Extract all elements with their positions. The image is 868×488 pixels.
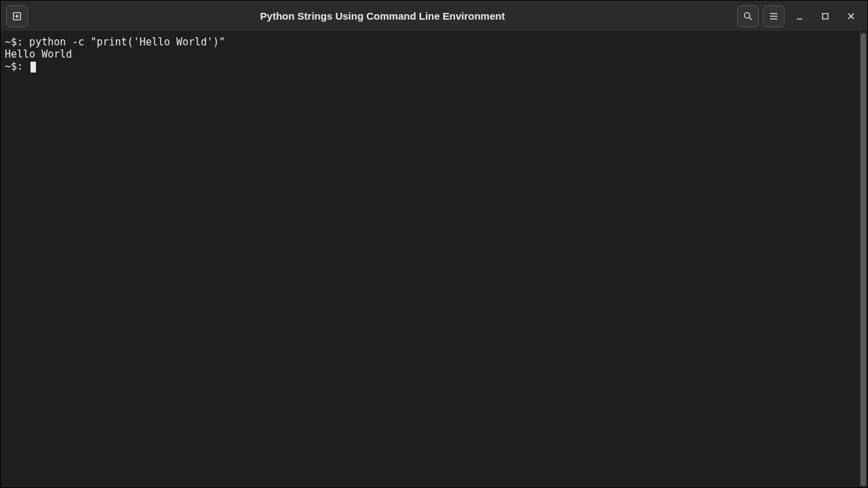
maximize-icon <box>820 11 831 22</box>
terminal-window: Python Strings Using Command Line Enviro… <box>0 0 868 488</box>
terminal-output[interactable]: ~$: python -c "print('Hello World')" Hel… <box>1 32 859 487</box>
svg-line-4 <box>749 18 751 20</box>
svg-rect-9 <box>823 14 828 19</box>
new-tab-button[interactable] <box>6 5 28 27</box>
scrollbar[interactable] <box>859 32 867 487</box>
close-icon <box>846 11 856 22</box>
command-text <box>23 60 29 73</box>
plus-box-icon <box>12 11 22 22</box>
close-button[interactable] <box>840 5 862 27</box>
prompt: ~$: <box>5 60 23 73</box>
hamburger-icon <box>768 11 779 22</box>
terminal-area[interactable]: ~$: python -c "print('Hello World')" Hel… <box>1 32 867 487</box>
minimize-button[interactable] <box>789 5 810 27</box>
command-text: python -c "print('Hello World')" <box>23 36 225 48</box>
scroll-thumb[interactable] <box>861 33 866 486</box>
maximize-button[interactable] <box>814 5 836 27</box>
cursor <box>31 62 36 73</box>
window-title: Python Strings Using Command Line Enviro… <box>28 10 737 22</box>
output-text: Hello World <box>5 48 72 60</box>
svg-point-3 <box>745 12 750 18</box>
menu-button[interactable] <box>763 5 785 27</box>
prompt: ~$: <box>5 36 23 48</box>
titlebar: Python Strings Using Command Line Enviro… <box>1 1 867 32</box>
minimize-icon <box>794 11 805 22</box>
search-icon <box>743 11 753 22</box>
search-button[interactable] <box>737 5 759 27</box>
